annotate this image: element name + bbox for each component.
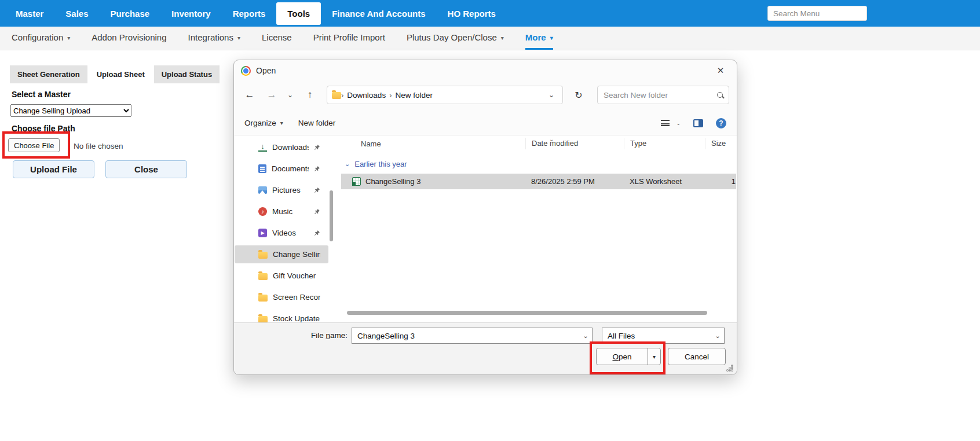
sidebar-item-label: Gift Voucher <box>273 271 316 280</box>
sidebar-item-gift-voucher[interactable]: Gift Voucher <box>235 267 328 285</box>
subnav-label: More <box>525 32 546 42</box>
sidebar-item-videos[interactable]: ▶ Videos <box>235 224 328 242</box>
pin-icon <box>314 144 320 150</box>
music-icon: ♪ <box>258 207 267 216</box>
nav-ho-reports[interactable]: HO Reports <box>437 0 507 27</box>
back-icon[interactable]: ← <box>241 83 258 106</box>
file-type-select[interactable]: All Files ⌄ <box>602 328 725 344</box>
caret-down-icon: ▾ <box>67 35 70 41</box>
open-dropdown-icon[interactable]: ▾ <box>648 348 660 365</box>
subnav-plutus-day-open-close[interactable]: Plutus Day Open/Close▾ <box>407 27 504 50</box>
horizontal-scrollbar[interactable] <box>347 311 707 315</box>
tab-sheet-generation[interactable]: Sheet Generation <box>10 65 87 83</box>
column-header-label: Date modified <box>532 139 578 148</box>
dialog-search-box <box>597 86 729 104</box>
address-bar[interactable]: › Downloads › New folder ⌄ <box>327 86 563 104</box>
subnav-label: License <box>262 32 292 42</box>
file-name-input[interactable] <box>352 332 579 340</box>
list-view-icon <box>661 120 670 126</box>
column-header-size[interactable]: Size <box>705 138 736 149</box>
sidebar-item-label: Screen Recordin <box>273 293 320 302</box>
close-button[interactable]: Close <box>105 160 187 178</box>
column-header-date-modified[interactable]: ⌄Date modified <box>525 138 624 149</box>
organize-button[interactable]: Organize▾ <box>244 119 283 127</box>
new-folder-button[interactable]: New folder <box>298 119 336 127</box>
file-list: Name ⌄Date modified Type Size ⌄ Earlier … <box>341 135 736 324</box>
subnav-configuration[interactable]: Configuration▾ <box>12 27 70 50</box>
caret-down-icon: ▾ <box>501 35 504 41</box>
breadcrumb-downloads[interactable]: Downloads <box>343 91 389 100</box>
breadcrumb-new-folder[interactable]: New folder <box>392 91 436 100</box>
change-view-button[interactable]: ⌄ <box>661 120 681 126</box>
choose-file-button[interactable]: Choose File <box>8 138 60 152</box>
sidebar-item-music[interactable]: ♪ Music <box>235 203 328 220</box>
sidebar-item-documents[interactable]: Documents <box>235 160 328 178</box>
search-menu-input[interactable] <box>767 6 867 21</box>
nav-purchase[interactable]: Purchase <box>100 0 161 27</box>
sidebar-item-change-selling[interactable]: Change Selling <box>235 245 328 263</box>
organize-label: Organize <box>244 119 276 127</box>
select-master-label: Select a Master <box>12 90 71 99</box>
pictures-icon <box>258 186 267 194</box>
subnav-integrations[interactable]: Integrations▾ <box>188 27 240 50</box>
column-header-name[interactable]: Name <box>341 139 525 148</box>
up-icon[interactable]: ↑ <box>301 83 319 106</box>
cancel-button[interactable]: Cancel <box>668 348 726 365</box>
chrome-icon <box>241 66 251 76</box>
sidebar-item-downloads[interactable]: ↓ Downloads <box>235 138 328 156</box>
file-name-cell: ChangeSelling 3 <box>341 177 525 186</box>
dialog-titlebar: Open <box>234 60 737 81</box>
sidebar-item-stock-update[interactable]: Stock Update Co <box>235 310 328 324</box>
resize-grip[interactable] <box>732 370 733 371</box>
close-icon[interactable]: ✕ <box>709 60 732 81</box>
file-name-dropdown-icon[interactable]: ⌄ <box>579 328 592 343</box>
file-size-cell: 1 <box>705 177 736 186</box>
nav-inventory[interactable]: Inventory <box>160 0 222 27</box>
view-controls: ⌄ ? <box>661 118 726 128</box>
dialog-search-input[interactable] <box>604 91 714 100</box>
sidebar-item-screen-recording[interactable]: Screen Recordin <box>235 288 328 306</box>
file-row-changeselling-3[interactable]: ChangeSelling 3 8/26/2025 2:59 PM XLS Wo… <box>341 174 736 189</box>
nav-reports[interactable]: Reports <box>222 0 277 27</box>
no-file-chosen-text: No file chosen <box>74 142 123 150</box>
open-button[interactable]: Open <box>597 348 648 365</box>
master-select[interactable]: Change Selling Upload <box>10 104 131 117</box>
top-navbar: Master Sales Purchase Inventory Reports … <box>0 0 980 27</box>
preview-pane-icon[interactable] <box>693 119 703 127</box>
sidebar-scrollbar[interactable] <box>330 190 333 241</box>
tab-upload-sheet[interactable]: Upload Sheet <box>89 65 152 83</box>
excel-file-icon <box>352 177 361 186</box>
sidebar-item-pictures[interactable]: Pictures <box>235 181 328 199</box>
recent-locations-icon[interactable]: ⌄ <box>284 83 297 106</box>
subnav-addon-provisioning[interactable]: Addon Provisioning <box>92 27 166 50</box>
upload-file-button[interactable]: Upload File <box>13 160 94 178</box>
help-icon[interactable]: ? <box>716 118 726 128</box>
group-header-earlier-this-year[interactable]: ⌄ Earlier this year <box>345 160 407 168</box>
subnav-label: Addon Provisioning <box>92 32 166 42</box>
caret-down-icon: ▾ <box>280 120 283 126</box>
subnav-label: Print Profile Import <box>313 32 385 42</box>
nav-finance-accounts[interactable]: Finance And Accounts <box>321 0 436 27</box>
tab-upload-status[interactable]: Upload Status <box>154 65 220 83</box>
nav-tools[interactable]: Tools <box>276 2 321 25</box>
folder-icon <box>258 273 268 280</box>
subnav-license[interactable]: License <box>262 27 292 50</box>
column-header-type[interactable]: Type <box>624 138 705 149</box>
sidebar-item-label: Stock Update Co <box>273 314 320 323</box>
nav-master[interactable]: Master <box>5 0 54 27</box>
pin-icon <box>314 208 320 215</box>
subnav-label: Configuration <box>12 32 63 42</box>
subnav-more[interactable]: More▾ <box>525 27 553 50</box>
pin-icon <box>314 230 320 236</box>
subnav-label: Integrations <box>188 32 233 42</box>
dialog-nav-toolbar: ← → ⌄ ↑ › Downloads › New folder ⌄ ↻ <box>234 83 737 106</box>
subnav-print-profile-import[interactable]: Print Profile Import <box>313 27 385 50</box>
refresh-icon[interactable]: ↻ <box>569 86 588 104</box>
forward-icon[interactable]: → <box>263 83 280 106</box>
caret-down-icon: ▾ <box>550 35 553 41</box>
address-dropdown-icon[interactable]: ⌄ <box>545 91 558 99</box>
sort-indicator-icon: ⌄ <box>549 135 554 145</box>
folder-icon <box>332 92 341 99</box>
nav-sales[interactable]: Sales <box>54 0 99 27</box>
sidebar-item-label: Videos <box>272 229 296 237</box>
